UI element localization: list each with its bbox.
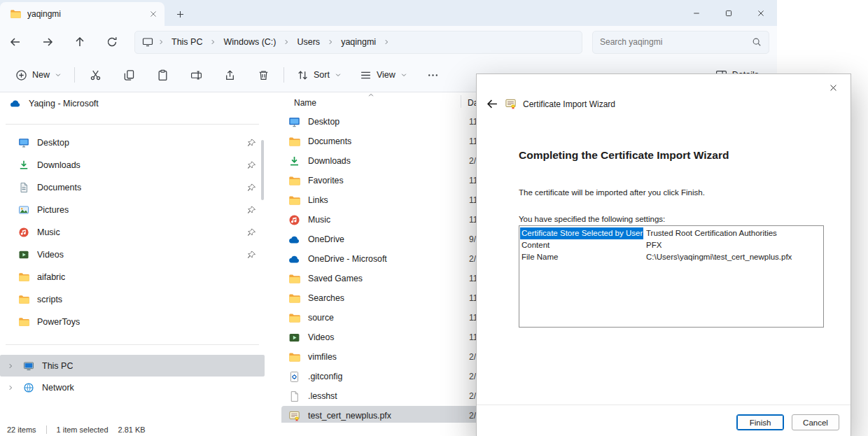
sidebar-item-network[interactable]: Network	[0, 377, 265, 398]
gear-file-icon	[288, 371, 300, 383]
setting-row[interactable]: Content PFX	[520, 239, 822, 251]
sidebar-divider	[6, 344, 259, 345]
chevron-right-icon	[158, 38, 164, 45]
share-button[interactable]	[216, 64, 243, 86]
status-bar: 22 items 1 item selected 2.81 KB	[0, 423, 476, 436]
sidebar-item-label: PowerToys	[37, 317, 80, 327]
sidebar-item-label: Downloads	[37, 160, 80, 170]
sort-button[interactable]: Sort	[291, 64, 347, 86]
breadcrumb-item[interactable]: This PC	[169, 36, 205, 48]
sidebar-item-aifabric[interactable]: aifabric	[0, 266, 265, 288]
quick-access-list: Desktop Downloads Documents Pictures	[0, 132, 265, 333]
explorer-tab[interactable]: yaqingmi	[0, 2, 164, 26]
file-name: Music	[308, 215, 330, 225]
search-input[interactable]	[600, 37, 748, 47]
maximize-button[interactable]	[713, 0, 745, 26]
setting-row[interactable]: Certificate Store Selected by User Trust…	[520, 227, 822, 239]
tab-close-icon[interactable]	[149, 10, 158, 18]
location-icon	[142, 36, 153, 48]
back-arrow-icon	[10, 36, 21, 48]
view-list-icon	[360, 69, 372, 81]
expand-chevron-icon[interactable]	[7, 363, 14, 370]
breadcrumb-item[interactable]: Users	[294, 36, 323, 48]
sidebar-item-scripts[interactable]: scripts	[0, 288, 265, 311]
network-icon	[23, 382, 34, 393]
cloud-icon	[288, 234, 300, 246]
sidebar-item-downloads[interactable]: Downloads	[0, 154, 265, 176]
sidebar-item-pictures[interactable]: Pictures	[0, 199, 265, 221]
sidebar-item-onedrive[interactable]: Yaqing - Microsoft	[0, 93, 265, 114]
file-date: 9/	[469, 234, 476, 244]
dialog-close-button[interactable]	[821, 78, 845, 97]
desktop-icon	[288, 116, 300, 128]
new-button[interactable]: New	[10, 64, 67, 86]
cloud-icon	[288, 253, 300, 265]
search-icon[interactable]	[752, 37, 762, 47]
folder-icon	[18, 316, 29, 328]
item-count: 22 items	[7, 426, 36, 434]
chevron-right-icon[interactable]	[327, 38, 334, 45]
minimize-button[interactable]	[680, 0, 713, 26]
address-bar[interactable]: This PC Windows (C:) Users yaqingmi	[134, 31, 582, 54]
chevron-right-icon[interactable]	[283, 38, 290, 45]
scissors-icon	[90, 69, 102, 81]
close-button[interactable]	[745, 0, 777, 26]
navigation-bar: This PC Windows (C:) Users yaqingmi	[0, 26, 777, 58]
rename-button[interactable]	[183, 64, 209, 86]
settings-listbox[interactable]: Certificate Store Selected by User Trust…	[519, 225, 824, 328]
chevron-right-icon[interactable]	[383, 38, 390, 45]
view-button[interactable]: View	[354, 64, 413, 86]
sidebar-item-documents[interactable]: Documents	[0, 176, 265, 199]
setting-key: File Name	[520, 251, 643, 263]
cut-button[interactable]	[82, 64, 108, 86]
cancel-button[interactable]: Cancel	[792, 414, 839, 430]
selection-size: 2.81 KB	[118, 426, 146, 434]
finish-button[interactable]: Finish	[736, 414, 784, 430]
copy-button[interactable]	[115, 64, 142, 86]
see-more-button[interactable]	[420, 64, 447, 86]
new-button-label: New	[32, 70, 50, 80]
share-icon	[224, 69, 236, 81]
sidebar: Yaqing - Microsoft Desktop Downloads Doc…	[0, 92, 265, 421]
copy-icon	[123, 69, 135, 81]
column-divider[interactable]	[461, 95, 461, 108]
selection-count: 1 item selected	[57, 426, 108, 434]
up-button[interactable]	[69, 31, 91, 53]
sidebar-item-desktop[interactable]: Desktop	[0, 132, 265, 154]
thispc-icon	[23, 360, 34, 372]
forward-arrow-icon	[42, 36, 53, 48]
forward-button[interactable]	[36, 31, 59, 53]
file-name: vimfiles	[308, 352, 337, 362]
more-icon	[427, 69, 439, 81]
wizard-header-title: Certificate Import Wizard	[523, 99, 615, 109]
file-name: Documents	[308, 136, 351, 146]
refresh-button[interactable]	[101, 31, 123, 53]
toolbar-divider	[284, 67, 284, 83]
breadcrumb-item[interactable]: yaqingmi	[338, 36, 379, 48]
downloads-icon	[288, 155, 300, 167]
chevron-down-icon	[55, 71, 62, 78]
paste-button[interactable]	[149, 64, 176, 86]
sidebar-item-videos[interactable]: Videos	[0, 244, 265, 266]
delete-button[interactable]	[250, 64, 276, 86]
chevron-right-icon[interactable]	[209, 38, 216, 45]
breadcrumb-item[interactable]: Windows (C:)	[220, 36, 279, 48]
setting-row[interactable]: File Name C:\Users\yaqingmi\test_cert_ne…	[520, 251, 822, 263]
folder-icon	[288, 293, 300, 304]
view-button-label: View	[377, 70, 396, 80]
pin-icon	[247, 251, 256, 260]
sidebar-divider	[6, 124, 259, 125]
sidebar-item-this-pc[interactable]: This PC	[0, 355, 265, 377]
sidebar-scrollbar[interactable]	[261, 140, 264, 200]
wizard-body-text: The certificate will be imported after y…	[519, 188, 705, 197]
new-tab-button[interactable]	[176, 10, 185, 19]
sidebar-item-powertoys[interactable]: PowerToys	[0, 311, 265, 333]
wizard-back-button[interactable]	[486, 98, 498, 110]
file-name: Videos	[308, 332, 334, 342]
back-button[interactable]	[4, 31, 27, 53]
chevron-down-icon	[335, 71, 342, 78]
column-header-name[interactable]: Name	[294, 98, 316, 108]
sidebar-item-music[interactable]: Music	[0, 221, 265, 244]
expand-chevron-icon[interactable]	[7, 384, 14, 391]
sort-button-label: Sort	[314, 70, 330, 80]
